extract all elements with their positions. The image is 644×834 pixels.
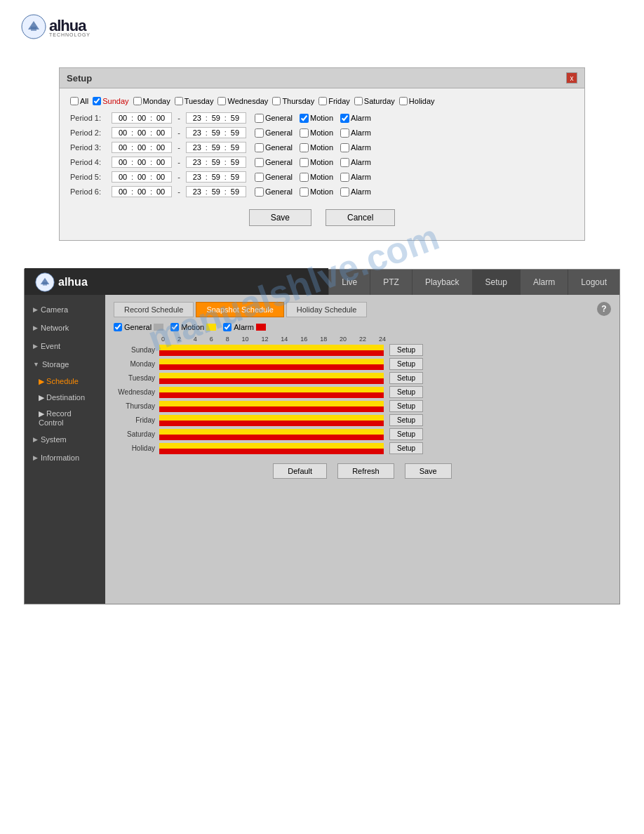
- period-3-end[interactable]: : :: [186, 142, 246, 153]
- wednesday-checkbox[interactable]: [217, 97, 226, 105]
- nav-setup[interactable]: Setup: [472, 270, 520, 295]
- cancel-button[interactable]: Cancel: [326, 209, 395, 226]
- save-button[interactable]: Save: [249, 209, 311, 226]
- setup-btn-friday[interactable]: Setup: [389, 414, 423, 426]
- setup-btn-saturday[interactable]: Setup: [389, 428, 423, 440]
- p5-start-s[interactable]: [153, 173, 168, 181]
- p3-start-m[interactable]: [134, 143, 149, 152]
- p1-alarm-check[interactable]: [340, 114, 349, 123]
- p6-general-check[interactable]: [255, 187, 264, 197]
- p1-start-h[interactable]: [115, 114, 130, 122]
- monday-checkbox[interactable]: [133, 97, 142, 105]
- p2-end-h[interactable]: [189, 128, 205, 137]
- p5-end-s[interactable]: [227, 173, 243, 181]
- p2-general-check[interactable]: [255, 128, 264, 138]
- p1-motion-check[interactable]: [300, 114, 309, 123]
- p6-start-h[interactable]: [115, 187, 130, 196]
- sidebar-item-storage[interactable]: ▼ Storage: [25, 355, 105, 373]
- setup-btn-thursday[interactable]: Setup: [389, 400, 423, 412]
- p1-end-s[interactable]: [227, 114, 243, 122]
- setup-btn-holiday[interactable]: Setup: [389, 442, 423, 454]
- p4-end-h[interactable]: [189, 158, 205, 166]
- period-3-start[interactable]: : :: [112, 142, 172, 153]
- p3-end-m[interactable]: [208, 143, 224, 152]
- period-5-start[interactable]: : :: [112, 171, 172, 183]
- saturday-checkbox[interactable]: [354, 97, 363, 105]
- tab-holiday-schedule[interactable]: Holiday Schedule: [286, 302, 368, 317]
- p4-end-m[interactable]: [208, 158, 224, 166]
- setup-btn-sunday[interactable]: Setup: [389, 344, 423, 356]
- p6-motion-check[interactable]: [300, 187, 309, 197]
- period-5-end[interactable]: : :: [186, 171, 246, 183]
- p6-start-s[interactable]: [153, 187, 168, 196]
- p4-start-m[interactable]: [134, 158, 149, 166]
- p1-start-m[interactable]: [134, 114, 149, 122]
- sidebar-item-record-control[interactable]: ▶ Record Control: [25, 406, 105, 430]
- p6-end-h[interactable]: [189, 187, 205, 196]
- p3-end-s[interactable]: [227, 143, 243, 152]
- p2-end-m[interactable]: [208, 128, 224, 137]
- p6-alarm-check[interactable]: [340, 187, 349, 197]
- p6-end-m[interactable]: [208, 187, 224, 196]
- p2-end-s[interactable]: [227, 128, 243, 137]
- sidebar-item-destination[interactable]: ▶ Destination: [25, 390, 105, 406]
- sidebar-item-information[interactable]: ▶ Information: [25, 449, 105, 467]
- p5-start-m[interactable]: [134, 173, 149, 181]
- p6-start-m[interactable]: [134, 187, 149, 196]
- p1-general-check[interactable]: [255, 114, 264, 123]
- nav-live[interactable]: Live: [328, 270, 370, 295]
- p2-motion-check[interactable]: [300, 128, 309, 138]
- period-2-start[interactable]: : :: [112, 127, 172, 138]
- legend-motion-check[interactable]: [170, 323, 179, 331]
- period-1-start[interactable]: : :: [112, 112, 172, 124]
- p4-general-check[interactable]: [255, 158, 264, 167]
- sidebar-item-event[interactable]: ▶ Event: [25, 337, 105, 355]
- friday-checkbox[interactable]: [318, 97, 327, 105]
- sidebar-item-schedule[interactable]: ▶ Schedule: [25, 373, 105, 390]
- setup-btn-wednesday[interactable]: Setup: [389, 386, 423, 398]
- p4-motion-check[interactable]: [300, 158, 309, 167]
- p1-start-s[interactable]: [153, 114, 168, 122]
- p5-general-check[interactable]: [255, 173, 264, 182]
- p2-start-h[interactable]: [115, 128, 130, 137]
- p5-motion-check[interactable]: [300, 173, 309, 182]
- p5-start-h[interactable]: [115, 173, 130, 181]
- setup-btn-monday[interactable]: Setup: [389, 358, 423, 370]
- all-checkbox[interactable]: [70, 97, 79, 105]
- save-button-nvr[interactable]: Save: [405, 463, 452, 479]
- legend-general-check[interactable]: [114, 323, 122, 331]
- period-1-end[interactable]: : :: [186, 112, 246, 124]
- tuesday-checkbox[interactable]: [175, 97, 183, 105]
- legend-alarm-check[interactable]: [223, 323, 232, 331]
- period-2-end[interactable]: : :: [186, 127, 246, 138]
- p3-start-s[interactable]: [153, 143, 168, 152]
- p4-alarm-check[interactable]: [340, 158, 349, 167]
- nav-alarm[interactable]: Alarm: [520, 270, 568, 295]
- p4-start-s[interactable]: [153, 158, 168, 166]
- setup-btn-tuesday[interactable]: Setup: [389, 372, 423, 384]
- p2-start-m[interactable]: [134, 128, 149, 137]
- p2-start-s[interactable]: [153, 128, 168, 137]
- thursday-checkbox[interactable]: [272, 97, 281, 105]
- p2-alarm-check[interactable]: [340, 128, 349, 138]
- p5-end-m[interactable]: [208, 173, 224, 181]
- p1-end-m[interactable]: [208, 114, 224, 122]
- period-6-start[interactable]: : :: [112, 186, 172, 197]
- period-6-end[interactable]: : :: [186, 186, 246, 197]
- p3-general-check[interactable]: [255, 143, 264, 152]
- period-4-start[interactable]: : :: [112, 157, 172, 168]
- p4-start-h[interactable]: [115, 158, 130, 166]
- help-icon[interactable]: ?: [597, 302, 611, 316]
- nav-playback[interactable]: Playback: [412, 270, 472, 295]
- p1-end-h[interactable]: [189, 114, 205, 122]
- tab-record-schedule[interactable]: Record Schedule: [114, 302, 194, 317]
- p4-end-s[interactable]: [227, 158, 243, 166]
- holiday-checkbox[interactable]: [399, 97, 408, 105]
- default-button[interactable]: Default: [273, 463, 327, 479]
- sidebar-item-network[interactable]: ▶ Network: [25, 319, 105, 337]
- p3-end-h[interactable]: [189, 143, 205, 152]
- refresh-button[interactable]: Refresh: [337, 463, 394, 479]
- p5-end-h[interactable]: [189, 173, 205, 181]
- p3-alarm-check[interactable]: [340, 143, 349, 152]
- p5-alarm-check[interactable]: [340, 173, 349, 182]
